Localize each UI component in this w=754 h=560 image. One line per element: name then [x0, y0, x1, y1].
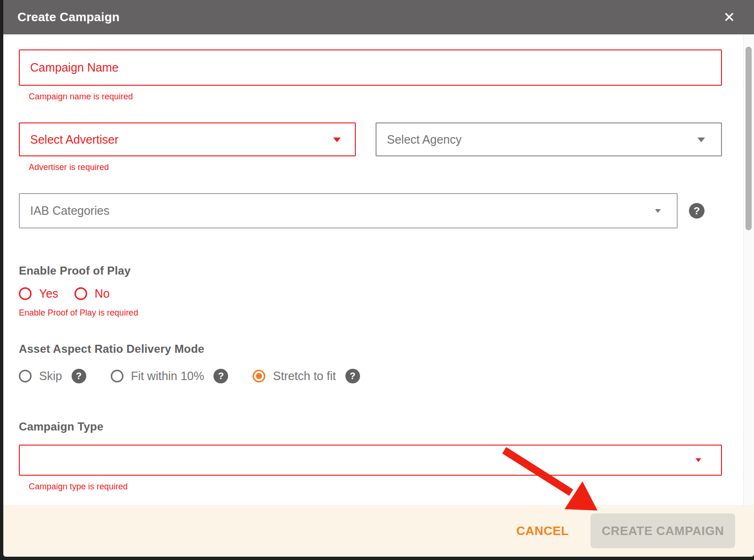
radio-skip[interactable]: Skip ?: [19, 369, 86, 383]
iab-categories-select[interactable]: IAB Categories: [19, 193, 678, 228]
campaign-type-select[interactable]: [19, 445, 722, 476]
campaign-name-error: Campaign name is required: [29, 92, 722, 102]
advertiser-select[interactable]: Select Advertiser: [19, 122, 356, 156]
radio-selected-icon[interactable]: [253, 370, 265, 382]
aspect-ratio-heading: Asset Aspect Ratio Delivery Mode: [19, 342, 722, 356]
help-icon[interactable]: ?: [345, 369, 360, 383]
help-icon[interactable]: ?: [689, 203, 705, 219]
aspect-ratio-options: Skip ? Fit within 10% ? Stretch to fit ?: [19, 369, 722, 383]
modal-title: Create Campaign: [17, 10, 120, 24]
radio-yes[interactable]: Yes: [19, 287, 58, 300]
radio-circle-icon[interactable]: [111, 370, 123, 382]
proof-of-play-error: Enable Proof of Play is required: [19, 308, 722, 318]
advertiser-agency-row: Select Advertiser Select Agency: [19, 122, 722, 156]
modal-body: Campaign Name Campaign name is required …: [3, 34, 754, 505]
radio-skip-label: Skip: [39, 369, 62, 383]
chevron-down-icon: [655, 209, 661, 213]
agency-placeholder: Select Agency: [377, 133, 461, 146]
chevron-down-icon: [333, 138, 341, 142]
radio-stretch-label: Stretch to fit: [273, 369, 336, 383]
iab-row: IAB Categories ?: [19, 193, 722, 228]
radio-yes-label: Yes: [39, 287, 58, 300]
radio-no[interactable]: No: [74, 287, 110, 300]
advertiser-error: Advertiser is required: [29, 162, 722, 172]
campaign-name-input[interactable]: Campaign Name: [19, 49, 722, 86]
advertiser-placeholder: Select Advertiser: [20, 133, 119, 146]
create-campaign-button[interactable]: CREATE CAMPAIGN: [590, 513, 735, 548]
modal-footer: CANCEL CREATE CAMPAIGN: [3, 505, 754, 557]
campaign-type-error: Campaign type is required: [29, 482, 722, 492]
help-icon[interactable]: ?: [72, 369, 86, 383]
radio-no-label: No: [95, 287, 110, 300]
radio-circle-icon[interactable]: [19, 287, 32, 300]
radio-circle-icon[interactable]: [19, 370, 32, 382]
agency-select[interactable]: Select Agency: [376, 122, 722, 156]
radio-circle-icon[interactable]: [74, 287, 87, 300]
campaign-type-heading: Campaign Type: [19, 420, 722, 433]
scrollbar-thumb[interactable]: [746, 47, 752, 230]
radio-fit-within-10[interactable]: Fit within 10% ?: [111, 369, 229, 383]
cancel-button[interactable]: CANCEL: [516, 524, 569, 538]
form-content: Campaign Name Campaign name is required …: [3, 34, 744, 505]
chevron-down-icon: [697, 138, 705, 142]
help-icon[interactable]: ?: [213, 369, 228, 383]
campaign-name-placeholder: Campaign Name: [20, 61, 119, 74]
radio-stretch-to-fit[interactable]: Stretch to fit ?: [253, 369, 360, 383]
chevron-down-icon: [696, 458, 701, 462]
create-campaign-modal: Create Campaign ✕ Campaign Name Campaign…: [3, 0, 754, 557]
radio-fit-label: Fit within 10%: [131, 369, 205, 383]
close-icon[interactable]: ✕: [723, 10, 735, 24]
modal-header: Create Campaign ✕: [3, 0, 754, 34]
proof-of-play-heading: Enable Proof of Play: [19, 264, 722, 277]
scrollbar-track[interactable]: [743, 34, 754, 505]
iab-placeholder: IAB Categories: [20, 204, 109, 218]
proof-of-play-options: Yes No: [19, 287, 722, 300]
